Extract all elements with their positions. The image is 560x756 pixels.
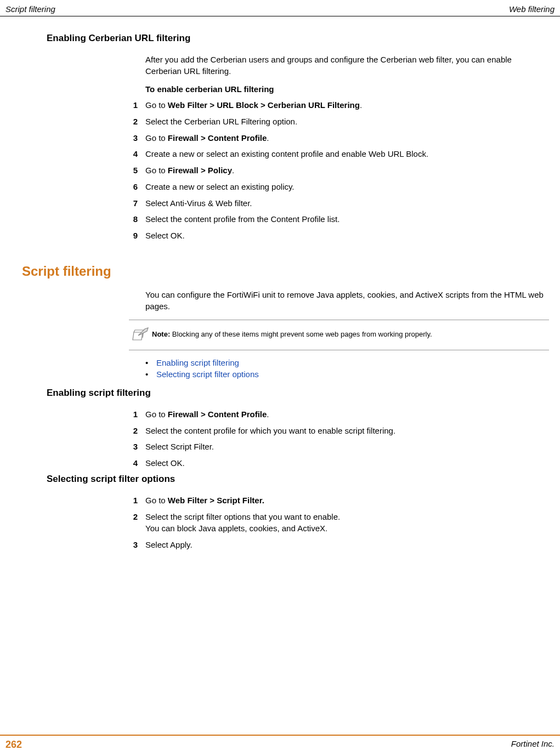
step-text: Select Anti-Virus & Web filter.: [145, 197, 555, 209]
step-number: 9: [129, 230, 145, 242]
step-item: 1 Go to Web Filter > URL Block > Cerberi…: [129, 99, 555, 111]
step-text: Go to Web Filter > Script Filter.: [145, 494, 555, 507]
step-number: 5: [129, 164, 145, 177]
step-text: Select OK.: [145, 457, 555, 469]
step-item: 1 Go to Web Filter > Script Filter.: [129, 494, 555, 507]
step-text: Select Script Filter.: [145, 441, 555, 453]
step-text: Select the script filter options that yo…: [145, 511, 555, 535]
step-item: 7 Select Anti-Virus & Web filter.: [129, 197, 555, 209]
step-text: Create a new or select an existing polic…: [145, 181, 555, 193]
step-text: Select the content profile from the Cont…: [145, 213, 555, 225]
step-number: 7: [129, 197, 145, 209]
step-number: 6: [129, 181, 145, 193]
step-number: 3: [129, 132, 145, 144]
intro-text-script-filtering: You can configure the FortiWiFi unit to …: [145, 289, 549, 312]
subsection-heading-enabling-script-filtering: Enabling script filtering: [47, 388, 555, 399]
step-list-selecting-script-filter-options: 1 Go to Web Filter > Script Filter. 2 Se…: [129, 494, 555, 551]
step-item: 1 Go to Firewall > Content Profile.: [129, 408, 555, 420]
step-number: 4: [129, 148, 145, 160]
section-heading-script-filtering: Script filtering: [22, 264, 555, 279]
step-item: 4 Create a new or select an existing con…: [129, 148, 555, 160]
step-text: Create a new or select an existing conte…: [145, 148, 555, 160]
bullet-item: • Enabling script filtering: [145, 358, 555, 367]
step-text: Go to Web Filter > URL Block > Cerberian…: [145, 99, 555, 111]
step-item: 5 Go to Firewall > Policy.: [129, 164, 555, 177]
bullet-list: • Enabling script filtering • Selecting …: [145, 358, 555, 379]
link-enabling-script-filtering[interactable]: Enabling script filtering: [156, 358, 239, 367]
page-number: 262: [5, 739, 22, 751]
step-text: Select Apply.: [145, 539, 555, 551]
step-number: 3: [129, 441, 145, 453]
step-item: 9 Select OK.: [129, 230, 555, 242]
step-item: 2 Select the Cerberian URL Filtering opt…: [129, 116, 555, 128]
step-item: 3 Select Apply.: [129, 539, 555, 551]
page-content: Enabling Cerberian URL filtering After y…: [0, 16, 560, 551]
step-number: 1: [129, 494, 145, 507]
subsection-heading-cerberian: Enabling Cerberian URL filtering: [47, 33, 555, 44]
step-text: Select OK.: [145, 230, 555, 242]
step-item: 8 Select the content profile from the Co…: [129, 213, 555, 225]
bullet-item: • Selecting script filter options: [145, 370, 555, 379]
step-list-cerberian: 1 Go to Web Filter > URL Block > Cerberi…: [129, 99, 555, 242]
step-item: 4 Select OK.: [129, 457, 555, 469]
step-list-enabling-script-filtering: 1 Go to Firewall > Content Profile. 2 Se…: [129, 408, 555, 469]
note-text: Note: Blocking any of these items might …: [152, 330, 432, 339]
note-box: Note: Blocking any of these items might …: [129, 320, 549, 350]
footer-company: Fortinet Inc.: [511, 739, 555, 751]
bullet-dot: •: [145, 370, 156, 379]
header-right: Web filtering: [509, 4, 555, 14]
step-item: 6 Create a new or select an existing pol…: [129, 181, 555, 193]
step-number: 1: [129, 99, 145, 111]
step-item: 2 Select the script filter options that …: [129, 511, 555, 535]
link-selecting-script-filter-options[interactable]: Selecting script filter options: [156, 370, 259, 379]
bullet-dot: •: [145, 358, 156, 367]
subsection-heading-selecting-script-filter-options: Selecting script filter options: [47, 474, 555, 485]
page-header: Script filtering Web filtering: [0, 0, 560, 16]
step-number: 2: [129, 425, 145, 437]
step-number: 2: [129, 116, 145, 128]
step-text: Go to Firewall > Policy.: [145, 164, 555, 177]
header-left: Script filtering: [5, 4, 55, 14]
step-number: 4: [129, 457, 145, 469]
procedure-title-cerberian: To enable cerberian URL filtering: [145, 84, 555, 94]
step-item: 3 Select Script Filter.: [129, 441, 555, 453]
step-item: 3 Go to Firewall > Content Profile.: [129, 132, 555, 144]
step-text: Go to Firewall > Content Profile.: [145, 132, 555, 144]
step-number: 8: [129, 213, 145, 225]
step-number: 1: [129, 408, 145, 420]
note-icon: [129, 327, 152, 343]
step-text: Select the Cerberian URL Filtering optio…: [145, 116, 555, 128]
page-footer: 262 Fortinet Inc.: [0, 735, 560, 756]
step-number: 3: [129, 539, 145, 551]
step-number: 2: [129, 511, 145, 535]
step-text: Select the content profile for which you…: [145, 425, 555, 437]
step-text: Go to Firewall > Content Profile.: [145, 408, 555, 420]
intro-text-cerberian: After you add the Cerberian users and gr…: [145, 54, 549, 77]
step-item: 2 Select the content profile for which y…: [129, 425, 555, 437]
